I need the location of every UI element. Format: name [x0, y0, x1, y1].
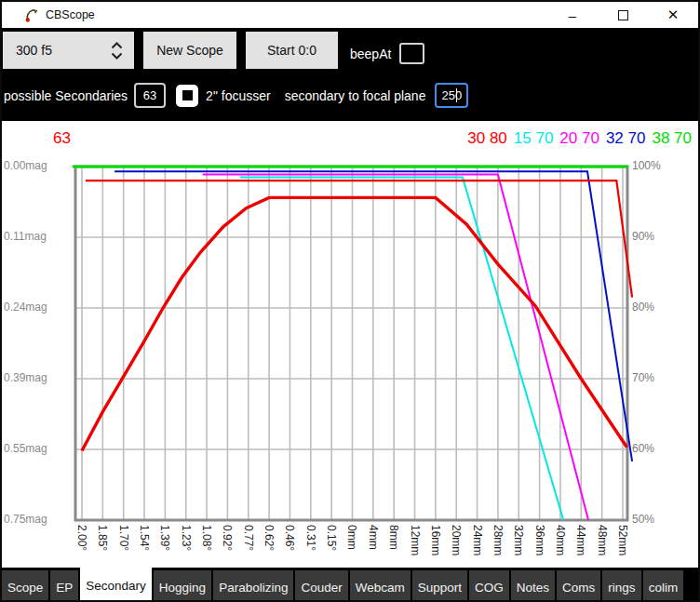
y-axis-label-percent: 80% — [632, 301, 654, 314]
tab-coms[interactable]: Coms — [557, 570, 600, 602]
minimize-button[interactable]: – — [559, 4, 586, 26]
x-axis-tick-label: 1.39° — [158, 525, 171, 551]
x-axis-tick-label: 20mm — [450, 525, 463, 555]
y-axis-label-percent: 60% — [632, 442, 654, 455]
x-axis-tick-label: 36mm — [533, 525, 546, 555]
x-axis-tick-label: 0.92° — [221, 525, 234, 551]
y-axis-label-mag: 0.00mag — [4, 159, 47, 172]
x-axis-tick-label: 1.85° — [96, 525, 109, 551]
x-axis-tick-label: 1.23° — [180, 525, 193, 551]
app-window: CBScope – ✕ 300 f5 New Scope Start 0:0 b… — [0, 0, 700, 602]
x-axis-tick-label: 12mm — [409, 525, 422, 555]
beep-at-label: beepAt — [350, 47, 391, 61]
possible-secondaries-input[interactable]: 63 — [134, 83, 166, 108]
tab-parabolizing[interactable]: Parabolizing — [213, 570, 293, 602]
close-button[interactable]: ✕ — [659, 4, 687, 26]
y-axis-label-percent: 50% — [632, 513, 654, 526]
tab-notes[interactable]: Notes — [511, 570, 555, 602]
tab-couder[interactable]: Couder — [295, 570, 347, 602]
x-axis-tick-label: 40mm — [554, 525, 567, 555]
x-axis-tick-label: 0.15° — [325, 525, 338, 551]
spinner-arrows-icon[interactable] — [111, 32, 123, 69]
text-caret — [456, 88, 457, 102]
y-axis-label-percent: 100% — [632, 159, 661, 172]
y-axis-label-mag: 0.24mag — [4, 301, 47, 314]
maximize-button[interactable] — [609, 4, 637, 26]
secondary-to-focal-label: secondary to focal plane — [285, 88, 426, 103]
scope-select-value: 300 f5 — [16, 43, 52, 58]
title-bar: CBScope – ✕ — [2, 2, 698, 28]
app-icon — [24, 7, 39, 23]
focusser-checkbox[interactable] — [176, 85, 198, 107]
tab-cog[interactable]: COG — [469, 570, 509, 602]
start-button[interactable]: Start 0:0 — [246, 32, 338, 69]
tab-bar: ScopeEPSecondaryHoggingParabolizingCoude… — [2, 568, 698, 602]
tab-colim[interactable]: colim — [643, 570, 684, 602]
new-scope-button[interactable]: New Scope — [143, 32, 236, 69]
tab-webcam[interactable]: Webcam — [350, 570, 411, 602]
x-axis-tick-label: 1.08° — [200, 525, 213, 551]
window-title: CBScope — [46, 8, 95, 21]
tab-secondary[interactable]: Secondary — [80, 568, 152, 602]
y-axis-label-percent: 70% — [632, 371, 654, 384]
secondary-to-focal-value: 250 — [442, 88, 463, 102]
x-axis-tick-label: 2.00° — [75, 525, 88, 551]
y-axis-label-percent: 90% — [632, 230, 654, 243]
y-axis-label-mag: 0.75mag — [4, 513, 47, 526]
tab-scope[interactable]: Scope — [2, 570, 48, 602]
y-axis-label-mag: 0.39mag — [4, 371, 47, 384]
scope-select-dropdown[interactable]: 300 f5 — [3, 32, 134, 69]
focusser-checkbox-mark — [182, 90, 193, 100]
tab-support[interactable]: Support — [412, 570, 467, 602]
x-axis-tick-label: 28mm — [491, 525, 505, 555]
x-axis-tick-label: 52mm — [616, 525, 629, 555]
plot-border — [75, 167, 627, 520]
series-20-70 — [203, 174, 588, 520]
x-axis-tick-label: 4mm — [367, 525, 380, 550]
x-axis-tick-label: 48mm — [596, 525, 609, 555]
possible-secondaries-label: possible Secondaries — [4, 88, 128, 103]
x-axis-tick-label: 16mm — [429, 525, 442, 555]
series-15-70 — [240, 177, 564, 520]
tab-rings[interactable]: rings — [602, 570, 640, 602]
illumination-chart — [2, 121, 698, 531]
x-axis-tick-label: 0.31° — [304, 525, 317, 551]
x-axis-tick-label: 0.62° — [262, 525, 276, 551]
x-axis-tick-label: 0.46° — [283, 525, 296, 551]
possible-secondaries-value: 63 — [143, 88, 156, 102]
x-axis-tick-label: 8mm — [387, 525, 400, 550]
tab-ep[interactable]: EP — [50, 570, 78, 602]
y-axis-label-mag: 0.11mag — [4, 230, 47, 243]
x-axis-tick-label: 0mm — [345, 525, 358, 550]
x-axis-tick-label: 1.54° — [138, 525, 151, 551]
y-axis-label-mag: 0.55mag — [4, 442, 47, 455]
x-axis-tick-label: 0.77° — [242, 525, 255, 551]
x-axis-tick-label: 24mm — [471, 525, 484, 555]
series-63 — [82, 197, 627, 450]
x-axis-tick-label: 32mm — [512, 525, 525, 555]
focusser-label: 2" focusser — [206, 88, 271, 103]
toolbar: 300 f5 New Scope Start 0:0 beepAt possib… — [2, 32, 698, 121]
maximize-icon — [618, 10, 628, 20]
tab-hogging[interactable]: Hogging — [154, 570, 211, 602]
x-axis-tick-label: 1.70° — [117, 525, 130, 551]
chart-panel: 63 30 8015 7020 7032 7038 70 0.00mag0.11… — [2, 121, 698, 568]
secondary-to-focal-input[interactable]: 250 — [435, 83, 468, 108]
x-axis-tick-label: 44mm — [574, 525, 587, 555]
beep-at-checkbox[interactable] — [399, 43, 424, 64]
